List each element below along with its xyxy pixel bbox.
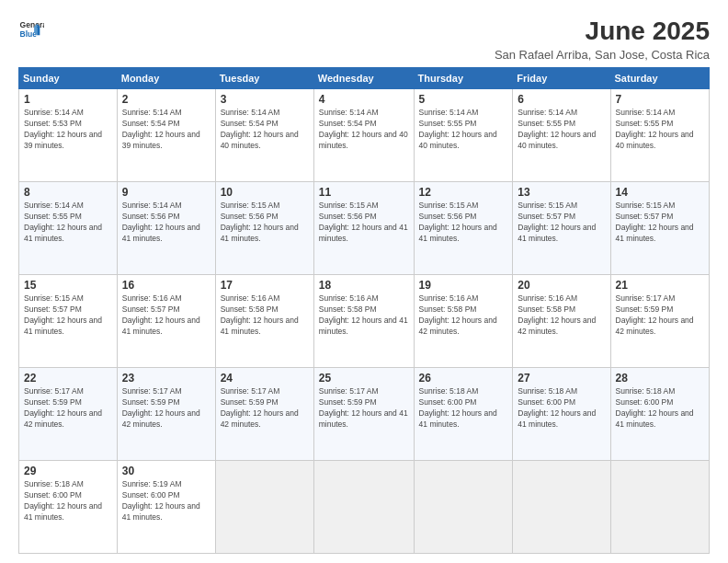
table-row: 9 Sunrise: 5:14 AMSunset: 5:56 PMDayligh… (117, 182, 215, 275)
day-info: Sunrise: 5:14 AMSunset: 5:54 PMDaylight:… (122, 108, 200, 150)
table-row: 14 Sunrise: 5:15 AMSunset: 5:57 PMDaylig… (610, 182, 709, 275)
day-number: 19 (419, 279, 508, 292)
table-row (313, 461, 414, 554)
table-row: 5 Sunrise: 5:14 AMSunset: 5:55 PMDayligh… (414, 89, 513, 182)
day-number: 6 (518, 93, 605, 106)
weekday-header-row: Sunday Monday Tuesday Wednesday Thursday… (19, 68, 710, 89)
day-info: Sunrise: 5:14 AMSunset: 5:54 PMDaylight:… (221, 108, 299, 150)
day-info: Sunrise: 5:16 AMSunset: 5:58 PMDaylight:… (221, 293, 299, 336)
table-row: 13 Sunrise: 5:15 AMSunset: 5:57 PMDaylig… (513, 182, 610, 275)
logo: General Blue (18, 17, 44, 42)
table-row: 1 Sunrise: 5:14 AMSunset: 5:53 PMDayligh… (19, 89, 118, 182)
calendar-week-row: 1 Sunrise: 5:14 AMSunset: 5:53 PMDayligh… (19, 89, 710, 182)
calendar-week-row: 22 Sunrise: 5:17 AMSunset: 5:59 PMDaylig… (19, 368, 710, 461)
page-header: General Blue June 2025 San Rafael Arriba… (18, 17, 710, 62)
calendar-table: Sunday Monday Tuesday Wednesday Thursday… (18, 67, 710, 554)
day-info: Sunrise: 5:18 AMSunset: 6:00 PMDaylight:… (616, 386, 694, 429)
table-row: 22 Sunrise: 5:17 AMSunset: 5:59 PMDaylig… (19, 368, 118, 461)
day-number: 29 (24, 465, 112, 477)
day-number: 1 (24, 93, 112, 106)
day-number: 25 (319, 372, 409, 385)
day-info: Sunrise: 5:18 AMSunset: 6:00 PMDaylight:… (518, 386, 596, 429)
table-row (215, 461, 313, 554)
day-info: Sunrise: 5:16 AMSunset: 5:58 PMDaylight:… (319, 293, 408, 336)
day-number: 14 (616, 186, 704, 199)
table-row (414, 461, 513, 554)
table-row: 4 Sunrise: 5:14 AMSunset: 5:54 PMDayligh… (313, 89, 414, 182)
day-number: 7 (616, 93, 704, 106)
day-number: 10 (221, 186, 309, 199)
table-row: 24 Sunrise: 5:17 AMSunset: 5:59 PMDaylig… (215, 368, 313, 461)
table-row: 3 Sunrise: 5:14 AMSunset: 5:54 PMDayligh… (215, 89, 313, 182)
day-number: 24 (221, 372, 309, 385)
day-number: 20 (518, 279, 605, 292)
table-row: 6 Sunrise: 5:14 AMSunset: 5:55 PMDayligh… (513, 89, 610, 182)
day-info: Sunrise: 5:19 AMSunset: 6:00 PMDaylight:… (122, 479, 200, 522)
table-row (513, 461, 610, 554)
day-number: 15 (24, 279, 112, 292)
table-row: 23 Sunrise: 5:17 AMSunset: 5:59 PMDaylig… (117, 368, 215, 461)
table-row: 27 Sunrise: 5:18 AMSunset: 6:00 PMDaylig… (513, 368, 610, 461)
day-number: 22 (24, 372, 112, 385)
table-row: 2 Sunrise: 5:14 AMSunset: 5:54 PMDayligh… (117, 89, 215, 182)
day-info: Sunrise: 5:14 AMSunset: 5:53 PMDaylight:… (24, 108, 102, 150)
day-number: 8 (24, 186, 112, 199)
table-row: 15 Sunrise: 5:15 AMSunset: 5:57 PMDaylig… (19, 275, 118, 368)
day-info: Sunrise: 5:17 AMSunset: 5:59 PMDaylight:… (221, 386, 299, 429)
header-monday: Monday (117, 68, 215, 89)
table-row: 28 Sunrise: 5:18 AMSunset: 6:00 PMDaylig… (610, 368, 709, 461)
day-number: 13 (518, 186, 605, 199)
day-number: 27 (518, 372, 605, 385)
day-info: Sunrise: 5:16 AMSunset: 5:58 PMDaylight:… (419, 293, 497, 336)
header-thursday: Thursday (414, 68, 513, 89)
day-info: Sunrise: 5:17 AMSunset: 5:59 PMDaylight:… (616, 293, 694, 336)
table-row: 26 Sunrise: 5:18 AMSunset: 6:00 PMDaylig… (414, 368, 513, 461)
svg-text:General: General (20, 20, 44, 29)
day-number: 5 (419, 93, 508, 106)
title-block: June 2025 San Rafael Arriba, San Jose, C… (495, 17, 710, 62)
calendar-title: June 2025 (495, 17, 710, 46)
day-number: 11 (319, 186, 409, 199)
header-friday: Friday (513, 68, 610, 89)
day-number: 18 (319, 279, 409, 292)
day-info: Sunrise: 5:14 AMSunset: 5:55 PMDaylight:… (616, 108, 694, 150)
table-row: 11 Sunrise: 5:15 AMSunset: 5:56 PMDaylig… (313, 182, 414, 275)
day-number: 21 (616, 279, 704, 292)
day-number: 23 (122, 372, 210, 385)
day-info: Sunrise: 5:15 AMSunset: 5:57 PMDaylight:… (518, 201, 596, 243)
day-info: Sunrise: 5:17 AMSunset: 5:59 PMDaylight:… (122, 386, 200, 429)
day-info: Sunrise: 5:17 AMSunset: 5:59 PMDaylight:… (319, 386, 408, 429)
day-info: Sunrise: 5:15 AMSunset: 5:57 PMDaylight:… (24, 293, 102, 336)
header-sunday: Sunday (19, 68, 118, 89)
calendar-week-row: 29 Sunrise: 5:18 AMSunset: 6:00 PMDaylig… (19, 461, 710, 554)
calendar-week-row: 8 Sunrise: 5:14 AMSunset: 5:55 PMDayligh… (19, 182, 710, 275)
day-info: Sunrise: 5:14 AMSunset: 5:55 PMDaylight:… (518, 108, 596, 150)
day-number: 4 (319, 93, 409, 106)
day-info: Sunrise: 5:15 AMSunset: 5:56 PMDaylight:… (319, 201, 408, 243)
day-number: 3 (221, 93, 309, 106)
table-row: 29 Sunrise: 5:18 AMSunset: 6:00 PMDaylig… (19, 461, 118, 554)
day-info: Sunrise: 5:16 AMSunset: 5:57 PMDaylight:… (122, 293, 200, 336)
day-info: Sunrise: 5:18 AMSunset: 6:00 PMDaylight:… (419, 386, 497, 429)
table-row: 20 Sunrise: 5:16 AMSunset: 5:58 PMDaylig… (513, 275, 610, 368)
day-info: Sunrise: 5:16 AMSunset: 5:58 PMDaylight:… (518, 293, 596, 336)
day-info: Sunrise: 5:14 AMSunset: 5:55 PMDaylight:… (24, 201, 102, 243)
table-row: 12 Sunrise: 5:15 AMSunset: 5:56 PMDaylig… (414, 182, 513, 275)
day-info: Sunrise: 5:18 AMSunset: 6:00 PMDaylight:… (24, 479, 102, 522)
table-row: 7 Sunrise: 5:14 AMSunset: 5:55 PMDayligh… (610, 89, 709, 182)
table-row: 30 Sunrise: 5:19 AMSunset: 6:00 PMDaylig… (117, 461, 215, 554)
day-number: 12 (419, 186, 508, 199)
day-number: 2 (122, 93, 210, 106)
header-wednesday: Wednesday (313, 68, 414, 89)
table-row: 8 Sunrise: 5:14 AMSunset: 5:55 PMDayligh… (19, 182, 118, 275)
day-info: Sunrise: 5:14 AMSunset: 5:56 PMDaylight:… (122, 201, 200, 243)
header-saturday: Saturday (610, 68, 709, 89)
table-row: 21 Sunrise: 5:17 AMSunset: 5:59 PMDaylig… (610, 275, 709, 368)
table-row: 10 Sunrise: 5:15 AMSunset: 5:56 PMDaylig… (215, 182, 313, 275)
day-info: Sunrise: 5:15 AMSunset: 5:57 PMDaylight:… (616, 201, 694, 243)
table-row: 17 Sunrise: 5:16 AMSunset: 5:58 PMDaylig… (215, 275, 313, 368)
table-row: 25 Sunrise: 5:17 AMSunset: 5:59 PMDaylig… (313, 368, 414, 461)
calendar-subtitle: San Rafael Arriba, San Jose, Costa Rica (495, 48, 710, 62)
day-number: 17 (221, 279, 309, 292)
table-row (610, 461, 709, 554)
